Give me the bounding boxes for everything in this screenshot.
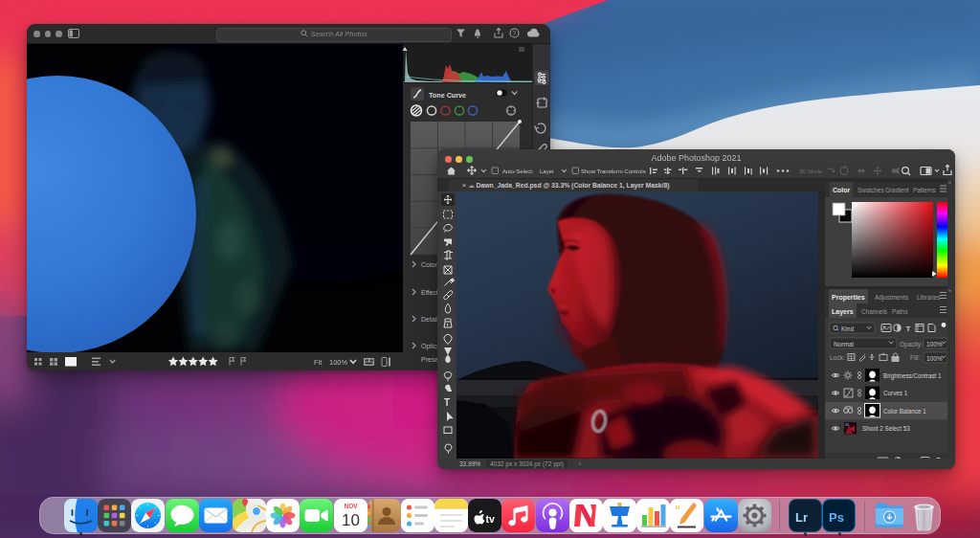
svg-text:?: ? [513,30,517,36]
svg-text:“: “ [675,504,680,517]
svg-text:Lr: Lr [795,510,808,525]
svg-text:10: 10 [342,511,360,529]
svg-text:Patterns: Patterns [913,187,936,193]
svg-text:Channels: Channels [861,308,887,315]
svg-text:Lock:: Lock: [830,354,845,361]
svg-text:Fill:: Fill: [910,354,920,361]
svg-text:Color: Color [833,187,851,193]
svg-text:Fit: Fit [314,358,323,367]
svg-text:»: » [948,287,951,293]
svg-text:Ps: Ps [829,510,844,525]
svg-text:Curves 1: Curves 1 [883,390,908,396]
svg-text:Gradient: Gradient [885,187,909,193]
svg-text:100%: 100% [926,355,943,362]
svg-text:Kind: Kind [841,325,854,332]
svg-text:Paths: Paths [892,308,907,315]
svg-text:Color Balance 1: Color Balance 1 [883,408,926,415]
svg-text:100%: 100% [329,358,348,367]
svg-text:Shoot 2 Select 53: Shoot 2 Select 53 [862,425,910,432]
svg-text:Color: Color [421,261,437,268]
svg-text:Show Transform Controls: Show Transform Controls [581,168,646,174]
svg-text:Layer: Layer [540,168,554,174]
svg-text:Libraries: Libraries [917,294,941,301]
svg-text:T: T [444,397,450,408]
svg-text:Properties: Properties [832,294,865,302]
svg-text:»: » [948,179,951,185]
svg-text:Brightness/Contrast 1: Brightness/Contrast 1 [883,372,942,380]
svg-text:Tone Curve: Tone Curve [429,91,466,100]
svg-text:Swatches: Swatches [858,187,884,193]
svg-text:Layers: Layers [832,308,854,316]
svg-text:NOV: NOV [344,503,358,509]
svg-text:Normal: Normal [834,341,855,347]
svg-text:Adjustments: Adjustments [875,294,908,302]
svg-text:100%: 100% [926,341,943,347]
svg-text:Auto-Select:: Auto-Select: [502,168,534,174]
svg-text:tv: tv [486,513,495,525]
svg-text:Opacity:: Opacity: [900,341,923,348]
svg-text:T: T [906,325,911,333]
svg-text:3D Mode: 3D Mode [799,168,823,174]
